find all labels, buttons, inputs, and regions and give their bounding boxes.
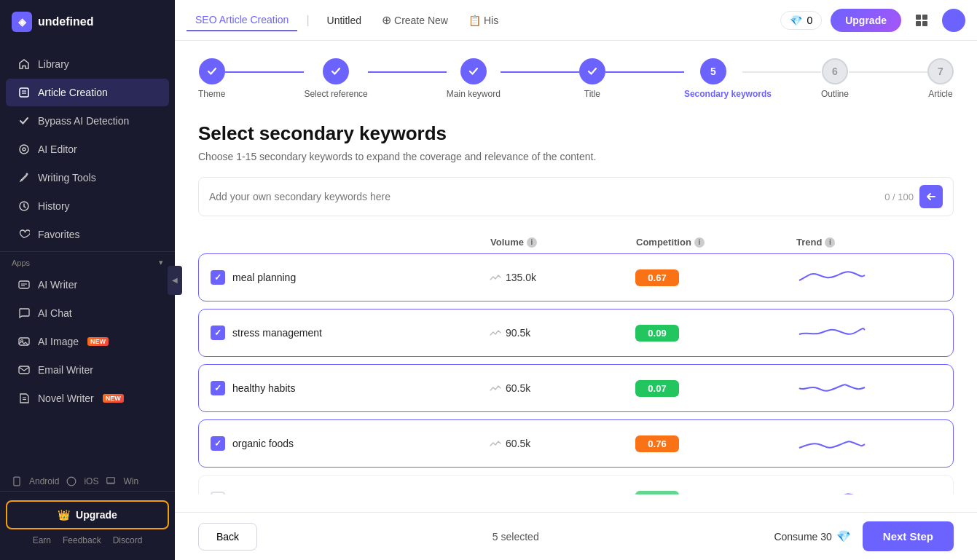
sidebar-item-ai-image[interactable]: AI Image NEW (6, 328, 169, 355)
discord-link[interactable]: Discord (113, 535, 143, 545)
gem-icon: 💎 (790, 15, 802, 26)
header-volume: Volume i (490, 237, 636, 248)
logo-icon: ◈ (12, 12, 32, 32)
tab-untitled[interactable]: Untitled (318, 10, 370, 31)
trend-cell-3 (796, 375, 941, 401)
checkbox-organic-foods[interactable]: ✓ (211, 436, 225, 451)
upgrade-sidebar-button[interactable]: 👑 Upgrade (6, 500, 169, 529)
send-keyword-button[interactable] (919, 185, 943, 208)
keyword-name-4: organic foods (232, 438, 294, 449)
topbar: SEO Article Creation | Untitled ⊕ Create… (175, 0, 977, 41)
volume-info-icon[interactable]: i (527, 237, 537, 248)
keyword-cell-1: ✓ meal planning (211, 270, 490, 285)
sidebar-label-novel-writer: Novel Writer (38, 393, 94, 404)
create-new-button[interactable]: ⊕ Create New (376, 10, 454, 30)
ai-writer-icon (17, 278, 31, 291)
platform-android[interactable]: Android (29, 476, 59, 486)
gems-badge[interactable]: 💎 0 (780, 11, 822, 30)
sidebar-item-article-creation[interactable]: Article Creation (6, 79, 169, 106)
editor-icon (17, 143, 31, 156)
step-label-main-keyword: Main keyword (447, 89, 501, 99)
sidebar-item-favorites[interactable]: Favorites (6, 221, 169, 248)
app-logo[interactable]: ◈ undefined (0, 0, 175, 44)
consume-info: Consume 30 💎 (774, 529, 850, 543)
keyword-name-3: healthy habits (232, 382, 295, 394)
competition-badge-5: 0.08 (635, 491, 679, 495)
svg-rect-16 (916, 15, 921, 20)
keyword-row-sleep-hygiene: sleep hygiene 60.5k 0.08 (198, 475, 954, 494)
page-subtitle: Choose 1-15 secondary keywords to expand… (198, 151, 954, 162)
checkbox-stress-management[interactable]: ✓ (211, 326, 225, 340)
earn-link[interactable]: Earn (33, 535, 51, 545)
next-step-button[interactable]: Next Step (863, 521, 954, 551)
step-reference: Select reference (304, 58, 367, 99)
apps-grid-icon[interactable] (910, 9, 933, 32)
sidebar-bottom: 👑 Upgrade Earn Feedback Discord (0, 491, 175, 560)
checkbox-healthy-habits[interactable]: ✓ (211, 381, 225, 395)
competition-info-icon[interactable]: i (694, 237, 705, 248)
content-area: Theme Select reference Main keyword (175, 41, 977, 512)
platform-ios[interactable]: iOS (84, 476, 98, 486)
step-circle-3 (460, 58, 487, 84)
his-button[interactable]: 📋 His (463, 12, 504, 29)
competition-badge-1: 0.67 (635, 269, 679, 286)
sidebar-label-ai-image: AI Image (38, 336, 79, 347)
ai-chat-icon (17, 307, 31, 320)
apps-collapse-icon[interactable]: ▾ (159, 258, 163, 267)
checkbox-meal-planning[interactable]: ✓ (211, 270, 225, 285)
svg-rect-6 (19, 281, 29, 288)
tab-seo-article[interactable]: SEO Article Creation (187, 9, 297, 31)
sidebar-item-email-writer[interactable]: Email Writer (6, 356, 169, 384)
sidebar-item-library[interactable]: Library (6, 50, 169, 78)
sidebar-label-email-writer: Email Writer (38, 364, 93, 376)
step-circle-1 (199, 58, 225, 84)
back-button[interactable]: Back (198, 523, 257, 551)
sidebar-item-novel-writer[interactable]: Novel Writer NEW (6, 384, 169, 412)
sidebar-collapse-button[interactable]: ◀ (168, 266, 182, 295)
step-circle-2 (323, 58, 349, 84)
connector-2 (368, 71, 447, 73)
sidebar-item-bypass-ai[interactable]: Bypass AI Detection (6, 107, 169, 135)
keyword-count: 0 / 100 (884, 192, 914, 202)
sidebar-item-writing-tools[interactable]: Writing Tools (6, 164, 169, 192)
sidebar-label-favorites: Favorites (38, 229, 80, 240)
keyword-name-1: meal planning (232, 272, 296, 283)
keyword-row-organic-foods: ✓ organic foods 60.5k 0.76 (198, 419, 954, 468)
keyword-row-healthy-habits: ✓ healthy habits 60.5k 0.07 (198, 364, 954, 412)
feedback-link[interactable]: Feedback (63, 535, 101, 545)
email-icon (17, 363, 31, 376)
step-article: 7 Article (927, 58, 954, 99)
article-icon (17, 86, 31, 99)
trend-cell-2 (796, 320, 941, 346)
sidebar-nav: Library Article Creation Bypass AI Detec… (0, 44, 175, 472)
competition-badge-4: 0.76 (635, 435, 679, 452)
sidebar: ◈ undefined Library Article Creation Byp… (0, 0, 175, 560)
home-icon (17, 58, 31, 71)
keyword-input[interactable] (209, 191, 879, 202)
upgrade-top-button[interactable]: Upgrade (831, 9, 901, 32)
sidebar-item-ai-editor[interactable]: AI Editor (6, 135, 169, 163)
keyword-row-stress-management: ✓ stress management 90.5k 0.09 (198, 309, 954, 357)
main-panel: SEO Article Creation | Untitled ⊕ Create… (175, 0, 977, 560)
step-circle-4 (579, 58, 605, 84)
bottom-bar: Back 5 selected Consume 30 💎 Next Step (175, 512, 977, 560)
svg-rect-19 (922, 21, 927, 26)
sidebar-label-writing-tools: Writing Tools (38, 172, 96, 184)
sidebar-item-history[interactable]: History (6, 192, 169, 220)
sidebar-item-ai-writer[interactable]: AI Writer (6, 271, 169, 299)
user-avatar[interactable] (942, 9, 965, 32)
platform-win[interactable]: Win (123, 476, 138, 486)
tab-divider: | (306, 14, 309, 27)
checkbox-sleep-hygiene[interactable] (211, 492, 225, 494)
svg-rect-17 (922, 15, 927, 20)
trend-info-icon[interactable]: i (825, 237, 835, 248)
step-label-article: Article (928, 89, 952, 99)
sidebar-footer: Earn Feedback Discord (6, 529, 169, 551)
step-secondary-keywords: 5 Secondary keywords (684, 58, 742, 99)
sidebar-label-ai-writer: AI Writer (38, 279, 77, 291)
sidebar-label-article-creation: Article Creation (38, 87, 108, 98)
sidebar-item-ai-chat[interactable]: AI Chat (6, 299, 169, 327)
step-outline: 6 Outline (821, 58, 849, 99)
platform-links: Android iOS Win (0, 472, 175, 491)
competition-badge-3: 0.07 (635, 380, 679, 397)
